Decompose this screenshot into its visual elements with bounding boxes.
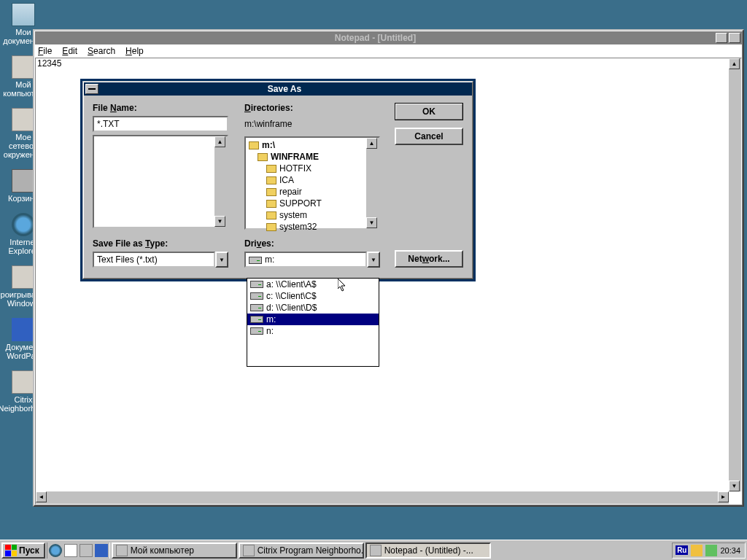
tree-item-label: ICA: [279, 175, 294, 185]
windows-logo-icon: [5, 545, 17, 556]
dir-tree-scrollbar[interactable]: ▲ ▼: [366, 138, 379, 228]
tray-icon[interactable]: [691, 545, 703, 556]
tree-item[interactable]: WINFRAME: [247, 151, 377, 163]
scroll-left-button[interactable]: ◄: [36, 491, 47, 502]
save-type-combo[interactable]: Text Files (*.txt) ▼: [93, 252, 228, 268]
folder-closed-icon: [266, 200, 276, 208]
menu-file[interactable]: File: [38, 46, 52, 56]
player-icon: [12, 265, 35, 289]
drives-combo[interactable]: m: ▼: [244, 252, 380, 268]
language-indicator[interactable]: Ru: [676, 545, 688, 555]
task-icon: [370, 545, 382, 556]
tree-item-label: WINFRAME: [271, 152, 319, 162]
maximize-button[interactable]: ▴: [729, 33, 740, 43]
tree-item-label: m:\: [262, 140, 275, 150]
dropdown-button[interactable]: ▼: [215, 252, 228, 268]
notepad-title: Notepad - [Untitled]: [36, 33, 714, 43]
menu-edit[interactable]: Edit: [62, 46, 77, 56]
file-list[interactable]: ▲ ▼: [93, 135, 228, 228]
folder-closed-icon: [266, 176, 276, 184]
quick-word-icon[interactable]: [95, 544, 108, 557]
drive-icon: [250, 281, 263, 288]
tree-item[interactable]: HOTFIX: [247, 163, 377, 174]
save-type-label: Save File as Type:: [93, 238, 228, 249]
task-icon: [116, 545, 128, 556]
drive-icon: [249, 257, 262, 264]
scroll-up-button[interactable]: ▲: [214, 136, 225, 147]
menu-search[interactable]: Search: [88, 46, 115, 56]
scroll-up-button[interactable]: ▲: [366, 138, 377, 149]
system-menu-button[interactable]: [85, 84, 98, 94]
drives-dropdown-list[interactable]: a: \\Client\A$c: \\Client\C$d: \\Client\…: [247, 278, 379, 367]
folder-icon: [12, 3, 35, 26]
quick-outlook-icon[interactable]: [64, 544, 77, 557]
scroll-up-button[interactable]: ▲: [729, 58, 740, 69]
scroll-down-button[interactable]: ▼: [214, 216, 225, 227]
menu-help[interactable]: Help: [125, 46, 144, 56]
citrix-icon: [12, 370, 35, 394]
quick-launch: [47, 542, 110, 559]
taskbar-task[interactable]: Notepad - (Untitled) -...: [365, 542, 491, 559]
current-path: m:\winframe: [244, 119, 380, 129]
tree-item-label: HOTFIX: [279, 163, 311, 174]
folder-closed-icon: [266, 223, 276, 231]
network-button[interactable]: Network...: [395, 250, 463, 268]
tree-item-label: system32: [279, 222, 317, 232]
taskbar: Пуск Мой компьютерCitrix Program Neighbo…: [0, 540, 747, 560]
file-list-scrollbar[interactable]: ▲ ▼: [214, 136, 227, 227]
computer-icon: [12, 55, 35, 79]
tree-item[interactable]: system: [247, 209, 377, 221]
file-name-input[interactable]: *.TXT: [93, 116, 228, 132]
ok-button[interactable]: OK: [395, 103, 463, 120]
ie-icon: [12, 213, 35, 236]
vertical-scrollbar[interactable]: ▲ ▼: [729, 58, 741, 491]
quick-ie-icon[interactable]: [49, 544, 62, 557]
drive-option[interactable]: m:: [247, 314, 379, 325]
directory-tree[interactable]: m:\WINFRAMEHOTFIXICArepairSUPPORTsystems…: [244, 136, 380, 230]
file-name-label: File Name:: [93, 103, 228, 113]
tree-item-label: SUPPORT: [279, 198, 322, 209]
folder-closed-icon: [266, 165, 276, 173]
drive-icon: [250, 292, 263, 300]
horizontal-scrollbar[interactable]: ◄ ►: [36, 491, 729, 504]
tray-icon[interactable]: [705, 545, 717, 556]
dialog-title: Save As: [98, 84, 471, 94]
taskbar-task[interactable]: Мой компьютер: [112, 542, 237, 559]
tree-item-label: repair: [279, 187, 302, 197]
cancel-button[interactable]: Cancel: [395, 128, 463, 145]
notepad-titlebar[interactable]: Notepad - [Untitled] ▾ ▴: [35, 31, 742, 44]
trash-icon: [12, 169, 35, 192]
tree-item[interactable]: ICA: [247, 174, 377, 186]
folder-open-icon: [249, 141, 259, 149]
drive-option[interactable]: a: \\Client\A$: [247, 279, 379, 290]
drive-option[interactable]: n:: [247, 325, 379, 337]
dialog-titlebar[interactable]: Save As: [84, 82, 472, 96]
task-icon: [243, 545, 255, 556]
drive-icon: [250, 304, 263, 311]
save-as-dialog: Save As File Name: *.TXT ▲ ▼ Directories…: [80, 79, 476, 281]
scroll-right-button[interactable]: ►: [718, 491, 729, 502]
directories-label: Directories:: [244, 103, 380, 113]
drive-icon: [250, 327, 263, 335]
drive-icon: [250, 316, 263, 323]
start-button[interactable]: Пуск: [1, 542, 45, 559]
wordpad-icon: [12, 318, 35, 341]
tree-item[interactable]: m:\: [247, 139, 377, 151]
tree-item[interactable]: repair: [247, 186, 377, 198]
folder-closed-icon: [266, 188, 276, 196]
quick-desktop-icon[interactable]: [80, 544, 93, 557]
document-text: 12345: [37, 58, 61, 69]
network-icon: [12, 108, 35, 131]
minimize-button[interactable]: ▾: [716, 33, 727, 43]
clock: 20:34: [720, 546, 740, 555]
taskbar-task[interactable]: Citrix Program Neighborho...: [239, 542, 364, 559]
tree-item[interactable]: SUPPORT: [247, 198, 377, 209]
scroll-down-button[interactable]: ▼: [366, 217, 377, 228]
tree-item-label: system: [279, 210, 307, 220]
dropdown-button[interactable]: ▼: [367, 252, 380, 268]
scroll-down-button[interactable]: ▼: [729, 481, 740, 491]
drive-option[interactable]: d: \\Client\D$: [247, 302, 379, 314]
tree-item[interactable]: system32: [247, 221, 377, 233]
drive-option[interactable]: c: \\Client\C$: [247, 290, 379, 302]
notepad-menubar: File Edit Search Help: [35, 44, 742, 58]
